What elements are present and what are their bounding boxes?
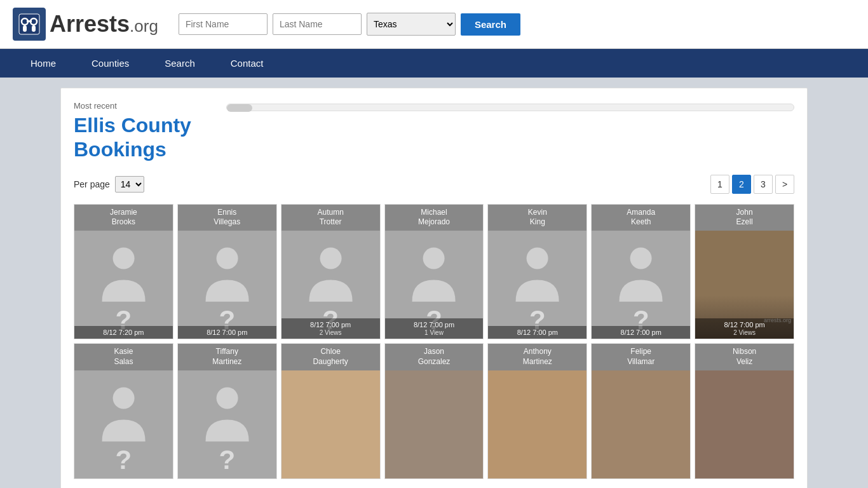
svg-point-12 [112,387,134,409]
mugshot-date: 8/12 7:00 pm2 Views [281,318,380,339]
mugshot-card[interactable]: KasieSalas ? [74,343,173,479]
mugshot-name: JeramieBrooks [74,205,173,231]
pagination-bar: Per page 710142550 1 2 3 > [74,175,794,194]
most-recent-label: Most recent [74,101,214,111]
mugshot-date: 8/12 7:00 pm2 Views [695,318,794,339]
first-name-input[interactable] [179,13,268,35]
svg-point-8 [320,248,341,269]
mugshot-card[interactable]: AmandaKeeth ? 8/12 7:00 pm [591,204,691,340]
mugshot-name: AmandaKeeth [592,205,690,231]
mugshot-card[interactable]: NibsonVeliz [695,343,794,479]
mugshot-name: ChloeDaugherty [281,344,380,370]
mugshot-date: 8/12 7:00 pm [488,326,587,339]
mugshot-photo: ? 8/12 7:00 pm1 View [385,231,484,339]
mugshot-photo: ? 8/12 7:00 pm [488,231,587,339]
svg-rect-3 [27,20,32,22]
mugshot-photo [488,370,587,478]
search-form: AlabamaAlaskaArizonaArkansasCaliforniaCo… [179,13,520,36]
mugshot-card[interactable]: JohnEzell arrests.org 8/12 7:00 pm2 View… [695,204,794,340]
page-next[interactable]: > [775,175,794,194]
mugshot-name: AnthonyMartinez [488,344,587,370]
main-content: Most recent Ellis County Bookings Per pa… [53,88,815,488]
mugshot-photo: ? 8/12 7:00 pm [592,231,690,339]
page-numbers: 1 2 3 > [710,175,794,194]
nav-bar: Home Counties Search Contact [0,49,868,78]
header: Arrests.org AlabamaAlaskaArizonaArkansas… [0,0,868,49]
content-wrapper: Most recent Ellis County Bookings Per pa… [60,88,808,488]
mugshot-name: KasieSalas [74,344,173,370]
mugshot-name: FelipeVillamar [592,344,690,370]
svg-point-6 [112,248,134,269]
svg-point-10 [527,248,548,269]
svg-rect-5 [32,25,36,32]
mugshot-name: KevinKing [488,205,587,231]
mugshot-card[interactable]: MichaelMejorado ? 8/12 7:00 pm1 View [384,204,484,340]
svg-point-9 [423,248,445,269]
scroll-thumb[interactable] [227,104,252,112]
mugshot-card[interactable]: TiffanyMartinez ? [177,343,277,479]
scroll-track[interactable] [226,104,794,111]
mugshot-name: EnnisVillegas [178,205,276,231]
mugshot-photo [385,370,484,478]
scroll-area [226,101,794,162]
mugshot-grid: JeramieBrooks ? 8/12 7:20 pmEnnisVillega… [74,204,794,479]
mugshot-date: 8/12 7:00 pm1 View [385,318,484,339]
nav-item-home[interactable]: Home [13,49,74,78]
nav-item-contact[interactable]: Contact [213,49,281,78]
per-page-select[interactable]: 710142550 [115,176,144,193]
mugshot-photo: ? [74,370,173,478]
logo-icon [13,8,46,41]
mugshot-date: 8/12 7:00 pm [178,326,276,339]
mugshot-photo: arrests.org 8/12 7:00 pm2 Views [695,231,794,339]
last-name-input[interactable] [273,13,362,35]
mugshot-photo [695,370,794,478]
svg-point-13 [216,387,238,409]
mugshot-card[interactable]: ChloeDaugherty [281,343,381,479]
page-title: Ellis County Bookings [74,113,214,162]
svg-point-11 [630,248,652,269]
mugshot-card[interactable]: AnthonyMartinez [487,343,587,479]
mugshot-card[interactable]: JeramieBrooks ? 8/12 7:20 pm [74,204,173,340]
search-button[interactable]: Search [461,13,520,36]
mugshot-card[interactable]: JasonGonzalez [384,343,484,479]
mugshot-photo: ? [178,370,276,478]
logo-text: Arrests.org [50,11,158,37]
mugshot-name: JasonGonzalez [385,344,484,370]
mugshot-card[interactable]: AutumnTrotter ? 8/12 7:00 pm2 Views [281,204,381,340]
mugshot-photo [281,370,380,478]
mugshot-name: AutumnTrotter [281,205,380,231]
page-1[interactable]: 1 [710,175,729,194]
logo-area: Arrests.org [13,8,158,41]
svg-point-7 [216,248,238,269]
per-page-label: Per page [74,179,110,189]
mugshot-photo: ? 8/12 7:20 pm [74,231,173,339]
mugshot-date: 8/12 7:20 pm [74,326,173,339]
mugshot-name: MichaelMejorado [385,205,484,231]
per-page-control: Per page 710142550 [74,176,144,193]
page-2[interactable]: 2 [732,175,751,194]
nav-item-counties[interactable]: Counties [74,49,147,78]
mugshot-name: JohnEzell [695,205,794,231]
page-3[interactable]: 3 [754,175,773,194]
mugshot-photo [592,370,690,478]
mugshot-date: 8/12 7:00 pm [592,326,690,339]
title-column: Most recent Ellis County Bookings [74,101,214,162]
nav-item-search[interactable]: Search [147,49,213,78]
mugshot-card[interactable]: FelipeVillamar [591,343,691,479]
mugshot-name: NibsonVeliz [695,344,794,370]
mugshot-card[interactable]: EnnisVillegas ? 8/12 7:00 pm [177,204,277,340]
svg-rect-4 [23,25,27,32]
top-section: Most recent Ellis County Bookings [74,101,794,162]
mugshot-photo: ? 8/12 7:00 pm2 Views [281,231,380,339]
state-select[interactable]: AlabamaAlaskaArizonaArkansasCaliforniaCo… [367,13,456,36]
mugshot-photo: ? 8/12 7:00 pm [178,231,276,339]
mugshot-name: TiffanyMartinez [178,344,276,370]
mugshot-card[interactable]: KevinKing ? 8/12 7:00 pm [487,204,587,340]
